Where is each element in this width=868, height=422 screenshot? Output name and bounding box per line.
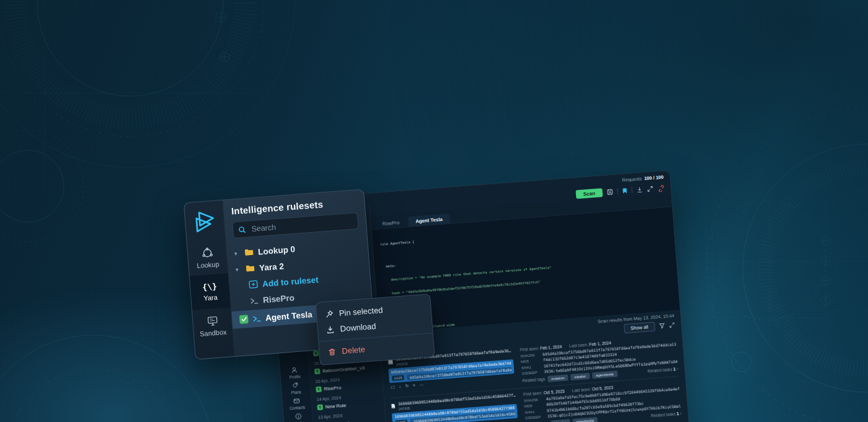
download-icon	[326, 325, 335, 334]
save-icon[interactable]	[606, 189, 613, 195]
hash-label: MD5	[521, 358, 539, 364]
panel-nav-lookup[interactable]: Lookup	[187, 239, 228, 276]
row-action-icon[interactable]: ↓	[399, 384, 401, 389]
svg-text:EXE: EXE	[389, 362, 392, 364]
tag-chip[interactable]: agenttesla	[572, 417, 598, 422]
profile-icon	[291, 366, 298, 374]
plans-icon	[292, 382, 299, 389]
exe-file-icon: EXE	[391, 402, 395, 410]
checkbox-checked[interactable]	[239, 315, 249, 324]
download-icon[interactable]	[636, 186, 643, 193]
context-menu: Pin selected Download Delete	[315, 294, 435, 366]
search-input[interactable]	[250, 216, 353, 234]
first-seen-label: First seen:	[520, 346, 539, 352]
nav-label: Contacts	[290, 405, 305, 411]
related-tasks-link[interactable]: Related tasks 1 ›	[651, 411, 682, 418]
yara-badge-icon: Y	[317, 404, 323, 410]
tree-label: Add to ruleset	[262, 275, 319, 289]
row-action-icon[interactable]: ×	[413, 383, 415, 388]
row-action-icon[interactable]: ↻	[405, 384, 409, 388]
tag-chip[interactable]: stealer	[551, 419, 570, 422]
nav-item-contacts[interactable]: Contacts	[289, 397, 305, 411]
hash-label: SSDEEP	[525, 415, 544, 420]
hash-label: SHA256	[520, 352, 539, 357]
nav-item-plans[interactable]: Plans	[291, 382, 301, 395]
scan-button[interactable]: Scan	[575, 188, 603, 199]
expand-results-icon[interactable]	[669, 322, 675, 328]
chevron-down-icon[interactable]: ▾	[234, 250, 241, 256]
hash-label: SHA256	[524, 397, 542, 402]
last-seen-value: Oct 5, 2023	[592, 385, 614, 392]
match-line-badge: 1029	[391, 374, 405, 382]
history-item[interactable]: YNew Rule	[317, 400, 379, 411]
yara-badge-icon: Y	[314, 369, 321, 375]
yara-badge-icon: Y	[313, 351, 319, 357]
toolbar-divider	[631, 187, 632, 194]
nav-item-profile[interactable]: Profile	[289, 366, 301, 379]
first-seen-value: Feb 1, 2024	[540, 344, 562, 351]
last-seen-value: Feb 1, 2024	[589, 341, 611, 347]
folder-icon	[244, 248, 254, 256]
panel-nav-sandbox[interactable]: Sandbox	[192, 307, 233, 344]
tag-chip[interactable]: stealer	[570, 373, 590, 380]
nav-label: Plans	[291, 390, 301, 395]
code-line	[381, 233, 675, 256]
filter-icon[interactable]	[659, 323, 665, 329]
related-tasks-link[interactable]: Related tasks 1 ›	[647, 367, 678, 374]
history-item-label: BaboonGrabber_v3	[322, 365, 365, 374]
code-line: hash = "4ddfe204bd6e49f9b2ba5def51f8b75f…	[384, 269, 677, 296]
last-seen-label: Last seen:	[569, 343, 588, 348]
anyrun-logo	[191, 207, 219, 235]
hash-label: MD5	[524, 403, 542, 408]
folder-plus-icon	[249, 280, 259, 289]
requests-label: Requests	[622, 176, 642, 182]
requests-value: 100 / 100	[644, 174, 664, 181]
hash-label: SSDEEP	[521, 370, 540, 375]
contacts-icon	[293, 397, 301, 405]
row-action-icon[interactable]: ▢	[391, 385, 395, 390]
hash-label: SHA1	[525, 408, 543, 414]
lookup-icon	[201, 247, 213, 259]
panel-nav-label: Sandbox	[200, 328, 227, 337]
nav-label: Profile	[290, 374, 301, 379]
search-box[interactable]	[232, 212, 358, 238]
tree-label: Lookup 0	[258, 245, 296, 257]
tree-label: RisePro	[262, 293, 294, 305]
related-tags-label: Related tags	[522, 377, 545, 384]
chevron-down-icon[interactable]: ▾	[236, 266, 242, 272]
toolbar-divider	[617, 188, 618, 194]
nav-item-guide[interactable]: Guide	[293, 413, 304, 422]
row-action-icon[interactable]: ⋯	[420, 382, 424, 387]
check-icon	[241, 316, 247, 322]
expand-icon[interactable]	[647, 186, 653, 192]
api-link-icon[interactable]	[657, 184, 665, 192]
search-icon	[238, 225, 246, 234]
code-line: description = "An example YARA rule that…	[383, 256, 676, 283]
tag-chip[interactable]: agenttesla	[592, 370, 618, 379]
panel-nav-yara[interactable]: {\} Yara	[190, 273, 231, 310]
history-item-label: RisePro	[324, 385, 341, 392]
trash-icon	[327, 347, 337, 356]
panel-nav-label: Lookup	[197, 260, 219, 269]
tag-chip[interactable]: evasion	[547, 374, 569, 382]
hash-label: SHA1	[521, 364, 540, 370]
history-item-label: New Rule	[325, 403, 346, 410]
show-all-button[interactable]: Show all	[624, 321, 655, 333]
menu-item-label: Download	[340, 321, 376, 333]
menu-item-label: Pin selected	[339, 305, 383, 318]
panel-nav-label: Yara	[203, 293, 218, 302]
terminal-icon	[252, 314, 262, 323]
tree-label: Agent Tesla	[265, 310, 312, 323]
code-line: meta:	[382, 243, 675, 269]
pin-icon	[324, 310, 334, 319]
bookmark-icon[interactable]	[622, 187, 627, 194]
tree-label: Yara 2	[259, 261, 285, 272]
history-item[interactable]: YRisePro	[316, 382, 378, 393]
history-item[interactable]: YBaboonGrabber_v3	[314, 364, 377, 375]
sandbox-icon	[206, 315, 218, 326]
last-seen-label: Last seen:	[572, 387, 591, 393]
yara-badge-icon: Y	[316, 387, 322, 393]
guide-icon	[294, 413, 302, 420]
hero-background: Requests 100 / 100 Profile Plans Contact…	[0, 0, 868, 422]
match-line-badge: 2438	[395, 419, 409, 422]
